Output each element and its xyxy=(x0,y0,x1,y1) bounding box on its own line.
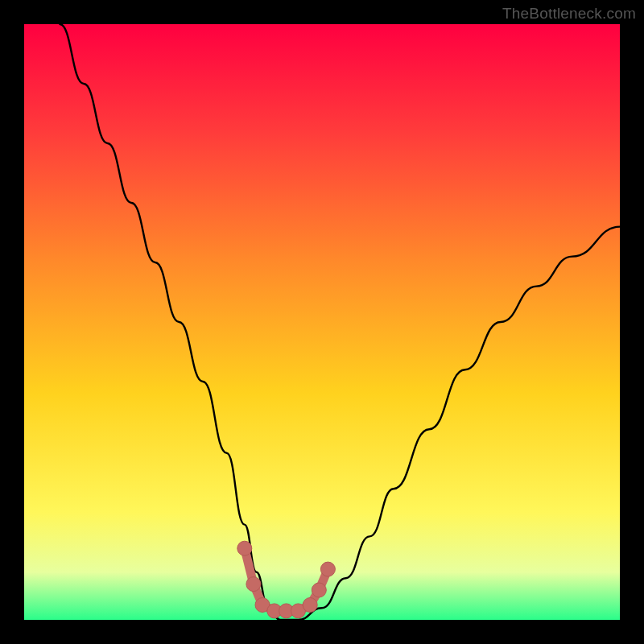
marker-dot xyxy=(320,562,335,576)
marker-dot xyxy=(303,598,317,613)
marker-dot xyxy=(246,577,261,592)
gradient-background xyxy=(24,24,620,620)
bottleneck-chart xyxy=(0,0,644,644)
marker-dot xyxy=(237,541,252,555)
watermark-text: TheBottleneck.com xyxy=(502,5,636,23)
chart-stage: TheBottleneck.com xyxy=(0,0,644,644)
marker-dot xyxy=(312,583,326,597)
